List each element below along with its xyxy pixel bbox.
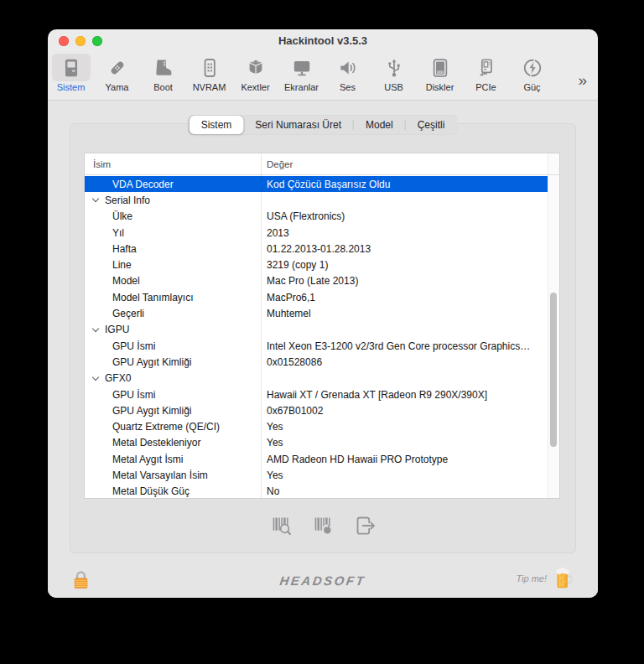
table-row[interactable]: GFX0 [85,371,548,386]
table-row[interactable]: Metal DestekleniyorYes [85,435,548,451]
scrollbar-thumb[interactable] [550,293,557,447]
row-name: GPU İsmi [85,389,261,401]
row-value: No [261,485,548,497]
memory-card-icon [190,54,229,81]
disclosure-chevron-icon[interactable] [92,325,99,332]
boot-icon [144,54,183,81]
row-value: Yes [261,469,548,481]
table-row[interactable]: IGPU [85,322,548,338]
table-row[interactable]: GeçerliMuhtemel [85,305,548,321]
window-title: Hackintool v3.5.3 [278,34,367,47]
system-info-table: İsim Değer VDA DecoderKod Çözücü Başarıs… [84,153,560,499]
row-value: USA (Flextronics) [261,210,548,222]
table-row[interactable]: Line3219 (copy 1) [85,257,548,272]
export-button[interactable] [353,513,377,537]
tab-cesitli[interactable]: Çeşitli [406,116,457,134]
action-buttons [269,513,377,537]
titlebar: Hackintool v3.5.3 [48,29,598,52]
table-row[interactable]: VDA DecoderKod Çözücü Başarısız Oldu [85,176,548,192]
table-row[interactable]: Metal Düşük GüçNo [85,484,548,499]
disclosure-chevron-icon[interactable] [92,373,99,380]
power-bolt-icon [513,54,552,81]
speaker-icon [329,54,367,81]
bandage-icon [98,54,137,81]
row-value: Mac Pro (Late 2013) [261,275,548,287]
usb-icon [375,54,413,81]
toolbar-item-nvram[interactable]: NVRAM [186,54,232,92]
toolbar-item-sistem[interactable]: Sistem [48,54,94,92]
table-row[interactable]: Model TanımlayıcıMacPro6,1 [85,289,548,305]
table-row[interactable]: GPU İsmiIntel Xeon E3-1200 v2/3rd Gen Co… [85,338,548,354]
toolbar-item-pcie[interactable]: PCIe [463,54,509,92]
table-row[interactable]: GPU Aygıt Kimliği0x01528086 [85,354,548,370]
row-name: Hafta [85,243,261,255]
toolbar-overflow-button[interactable]: » [578,65,587,88]
tab-sistem[interactable]: Sistem [190,116,244,134]
row-name: Metal Varsayılan İsim [85,469,261,481]
serial-lookup-icon [270,514,293,537]
row-value: Hawaii XT / Grenada XT [Radeon R9 290X/3… [261,389,548,401]
toolbar-item-guc[interactable]: Güç [509,54,555,92]
tab-label: Çeşitli [418,119,445,131]
beer-mug-icon [553,567,572,589]
row-value: Yes [261,437,548,449]
toolbar-item-boot[interactable]: Boot [140,54,186,92]
toolbar-item-ekranlar[interactable]: Ekranlar [278,54,325,92]
toolbar-item-ses[interactable]: Ses [325,54,371,92]
table-row[interactable]: Serial Info [85,192,548,208]
disclosure-chevron-icon[interactable] [92,195,99,202]
serial-lookup-button[interactable] [269,513,293,537]
zoom-button[interactable] [92,36,102,46]
row-name: GFX0 [85,372,261,384]
row-value: MacPro6,1 [261,292,548,303]
row-value: 01.22.2013-01.28.2013 [261,243,548,255]
tip-me[interactable]: Tip me! [516,567,572,589]
row-name: Quartz Extreme (QE/CI) [85,421,261,433]
table-row[interactable]: Metal Aygıt İsmiAMD Radeon HD Hawaii PRO… [85,451,548,467]
row-name: Yıl [85,227,261,239]
traffic-lights [59,29,102,52]
table-row[interactable]: Yıl2013 [85,225,548,241]
serial-generate-button[interactable] [311,513,335,537]
row-name: IGPU [85,324,261,335]
toolbar-item-usb[interactable]: USB [371,54,417,92]
toolbar-item-label: Yama [106,82,129,92]
toolbar-item-diskler[interactable]: Diskler [417,54,463,92]
table-row[interactable]: GPU İsmiHawaii XT / Grenada XT [Radeon R… [85,386,548,402]
table-row[interactable]: ÜlkeUSA (Flextronics) [85,209,548,225]
toolbar-item-kextler[interactable]: Kextler [232,54,278,92]
row-name: Metal Düşük Güç [85,485,261,497]
row-name: GPU İsmi [85,340,261,352]
row-value: 0x67B01002 [261,405,548,417]
row-name: GPU Aygıt Kimliği [85,405,261,417]
table-row[interactable]: Quartz Extreme (QE/CI)Yes [85,418,548,434]
toolbar-item-label: Ses [340,82,356,92]
tab-label: Model [366,119,393,131]
row-name: Metal Destekleniyor [85,437,261,449]
minimize-button[interactable] [75,36,86,46]
column-header-isim[interactable]: İsim [85,159,261,169]
row-value: 0x01528086 [261,356,548,368]
toolbar-item-label: Sistem [57,82,86,92]
toolbar-item-label: Diskler [426,82,454,92]
table-row[interactable]: ModelMac Pro (Late 2013) [85,273,548,289]
row-name: Ülke [85,210,261,222]
tip-me-label: Tip me! [516,573,547,584]
row-value: Kod Çözücü Başarısız Oldu [261,179,548,190]
close-button[interactable] [59,36,69,46]
tab-seri-numarasi-uret[interactable]: Seri Numarası Üret [243,116,353,134]
computer-icon [52,54,91,81]
row-value: Intel Xeon E3-1200 v2/3rd Gen Core proce… [261,340,548,352]
tab-model[interactable]: Model [354,116,405,134]
toolbar-item-label: NVRAM [193,82,226,92]
tab-bar: Sistem Seri Numarası Üret Model Çeşitli [189,115,458,135]
column-header-deger[interactable]: Değer [261,159,559,169]
row-value: Muhtemel [261,308,548,319]
table-row[interactable]: GPU Aygıt Kimliği0x67B01002 [85,402,548,418]
table-row[interactable]: Metal Varsayılan İsimYes [85,467,548,483]
tab-label: Seri Numarası Üret [255,119,341,131]
serial-generate-icon [312,514,335,537]
table-row[interactable]: Hafta01.22.2013-01.28.2013 [85,241,548,257]
export-icon [354,514,377,537]
toolbar-item-yama[interactable]: Yama [94,54,140,92]
